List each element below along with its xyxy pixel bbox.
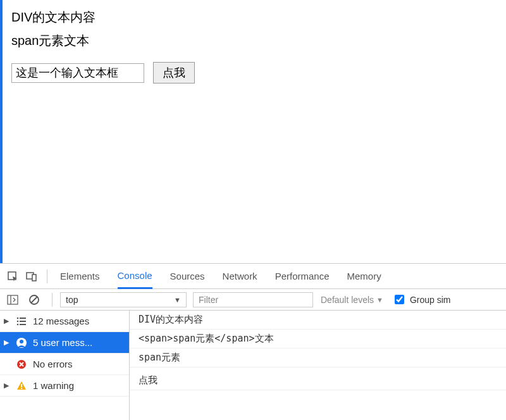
svg-point-14 xyxy=(20,340,23,343)
svg-rect-12 xyxy=(20,324,26,325)
text-input[interactable] xyxy=(11,63,144,83)
log-levels-selector[interactable]: Default levels ▼ xyxy=(321,295,383,305)
sidebar-item-user-messages[interactable]: ▶ 5 user mess... xyxy=(0,332,129,354)
inspect-icon[interactable] xyxy=(4,268,22,285)
span-text: span元素文本 xyxy=(11,32,497,49)
tab-memory[interactable]: Memory xyxy=(347,264,381,288)
chevron-right-icon: ▶ xyxy=(4,338,10,347)
levels-label: Default levels xyxy=(321,295,374,305)
chevron-down-icon: ▼ xyxy=(376,296,383,304)
console-sidebar: ▶ 12 messages ▶ 5 user mess... No errors xyxy=(0,311,130,420)
user-icon xyxy=(15,337,28,349)
separator xyxy=(52,293,52,307)
context-selector[interactable]: top ▼ xyxy=(60,292,187,307)
devtools-panel: Elements Console Sources Network Perform… xyxy=(0,263,506,420)
sidebar-item-messages[interactable]: ▶ 12 messages xyxy=(0,311,129,332)
warning-icon xyxy=(15,380,28,392)
sidebar-item-errors[interactable]: No errors xyxy=(0,354,129,375)
device-toolbar-icon[interactable] xyxy=(23,268,40,285)
console-body: ▶ 12 messages ▶ 5 user mess... No errors xyxy=(0,311,506,420)
page-content: DIV的文本内容 span元素文本 点我 xyxy=(0,0,506,263)
click-me-button[interactable]: 点我 xyxy=(153,62,195,83)
chevron-right-icon: ▶ xyxy=(4,381,10,390)
sidebar-item-label: No errors xyxy=(33,359,125,369)
svg-rect-2 xyxy=(32,275,36,281)
toggle-sidebar-icon[interactable] xyxy=(4,291,22,309)
log-line[interactable]: DIV的文本内容 xyxy=(130,311,506,330)
group-similar-label: Group sim xyxy=(410,295,451,305)
sidebar-item-warnings[interactable]: ▶ 1 warning xyxy=(0,375,129,397)
tab-sources[interactable]: Sources xyxy=(170,264,205,288)
chevron-right-icon: ▶ xyxy=(4,317,10,325)
group-similar-input[interactable] xyxy=(395,295,404,304)
console-log-area[interactable]: DIV的文本内容 <span>span元素</span>文本 span元素 点我 xyxy=(130,311,506,420)
error-icon xyxy=(15,358,28,371)
group-similar-checkbox[interactable]: Group sim xyxy=(392,293,451,306)
devtools-tabstrip: Elements Console Sources Network Perform… xyxy=(0,264,506,289)
tab-elements[interactable]: Elements xyxy=(60,264,100,288)
chevron-down-icon: ▼ xyxy=(174,296,181,304)
list-icon xyxy=(15,315,28,328)
tab-console[interactable]: Console xyxy=(118,264,152,289)
log-line[interactable]: 点我 xyxy=(130,371,506,390)
svg-rect-3 xyxy=(8,295,18,304)
svg-point-9 xyxy=(17,320,19,322)
svg-line-6 xyxy=(31,297,37,303)
clear-console-icon[interactable] xyxy=(25,291,43,309)
svg-rect-17 xyxy=(21,388,22,389)
filter-input[interactable] xyxy=(193,292,313,307)
sidebar-item-label: 5 user mess... xyxy=(33,337,125,348)
sidebar-item-label: 12 messages xyxy=(33,316,125,326)
sidebar-item-label: 1 warning xyxy=(33,380,125,391)
log-line[interactable]: span元素 xyxy=(130,349,506,368)
context-value: top xyxy=(66,295,78,305)
svg-rect-8 xyxy=(20,318,26,319)
tab-network[interactable]: Network xyxy=(223,264,257,288)
log-line[interactable]: <span>span元素</span>文本 xyxy=(130,330,506,349)
svg-rect-10 xyxy=(20,321,26,322)
separator xyxy=(47,269,47,283)
form-row: 点我 xyxy=(11,62,497,83)
div-text: DIV的文本内容 xyxy=(11,9,497,26)
tab-performance[interactable]: Performance xyxy=(275,264,330,288)
svg-rect-16 xyxy=(21,384,22,387)
svg-point-7 xyxy=(17,317,19,319)
svg-point-11 xyxy=(17,323,19,325)
console-toolbar: top ▼ Default levels ▼ Group sim xyxy=(0,289,506,311)
